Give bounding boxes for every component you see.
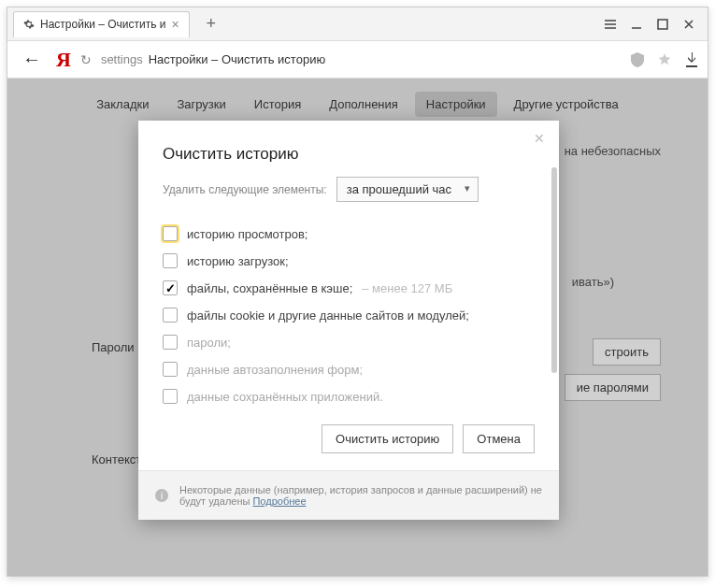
time-range-value: за прошедший час — [347, 182, 451, 196]
dialog-close-button[interactable]: ✕ — [531, 130, 548, 147]
time-range-select[interactable]: за прошедший час — [336, 177, 479, 202]
section-label-passwords: Пароли — [92, 340, 135, 354]
new-tab-button[interactable]: + — [199, 12, 223, 36]
minimize-icon[interactable] — [629, 17, 644, 32]
url-prefix: settings — [101, 52, 143, 66]
checkbox[interactable] — [163, 308, 178, 323]
checkbox[interactable] — [163, 335, 178, 350]
menu-icon[interactable] — [603, 17, 618, 32]
tab-title: Настройки – Очистить и — [40, 18, 165, 31]
browser-window: Настройки – Очистить и × + ← Я ↻ setting… — [7, 7, 708, 577]
back-button[interactable]: ← — [17, 49, 47, 70]
checkbox-label: файлы cookie и другие данные сайтов и мо… — [187, 308, 469, 323]
checkbox[interactable] — [163, 362, 178, 377]
checkbox-label: историю загрузок; — [187, 254, 289, 268]
address-bar: ← Я ↻ settings Настройки – Очистить исто… — [7, 41, 708, 79]
footer-text: Некоторые данные (например, история запр… — [179, 484, 542, 507]
checkbox-row: пароли; — [163, 335, 535, 350]
info-icon: i — [155, 489, 168, 502]
page-content: ЗакладкиЗагрузкиИсторияДополненияНастрой… — [7, 79, 708, 576]
svg-rect-0 — [658, 20, 667, 29]
background-button[interactable]: строить — [593, 338, 661, 366]
tab-close-icon[interactable]: × — [171, 17, 179, 32]
reload-icon[interactable]: ↻ — [80, 52, 92, 67]
clear-history-button[interactable]: Очистить историю — [322, 424, 453, 453]
yandex-logo[interactable]: Я — [56, 48, 71, 72]
checkbox-label: историю просмотров; — [187, 227, 307, 241]
checkbox-row: файлы, сохранённые в кэше;– менее 127 МБ — [163, 280, 535, 295]
tab-strip: Настройки – Очистить и × + — [7, 7, 708, 41]
clear-history-dialog: ✕ Очистить историю Удалить следующие эле… — [138, 121, 559, 520]
checkbox-label: данные автозаполнения форм; — [187, 363, 363, 377]
gear-icon — [23, 19, 35, 30]
page-title: Настройки – Очистить историю — [149, 52, 325, 66]
nav-tab[interactable]: Дополнения — [318, 92, 409, 117]
checkbox-row: файлы cookie и другие данные сайтов и мо… — [163, 308, 535, 323]
checkbox-row: историю загрузок; — [163, 253, 535, 268]
cancel-button[interactable]: Отмена — [463, 424, 535, 453]
footer-link[interactable]: Подробнее — [252, 495, 306, 507]
checkbox[interactable] — [163, 389, 178, 404]
checkbox[interactable] — [163, 226, 178, 241]
checkbox-row: историю просмотров; — [163, 226, 535, 241]
checkbox-label: файлы, сохранённые в кэше; — [187, 281, 352, 295]
checkbox-extra: – менее 127 МБ — [362, 281, 452, 295]
maximize-icon[interactable] — [655, 17, 670, 32]
dialog-subtitle: Удалить следующие элементы: — [163, 183, 327, 196]
checkbox-row: данные автозаполнения форм; — [163, 362, 535, 377]
download-icon[interactable] — [685, 52, 698, 67]
dialog-title: Очистить историю — [163, 145, 535, 164]
tab-settings[interactable]: Настройки – Очистить и × — [13, 11, 190, 37]
checkbox-row: данные сохранённых приложений. — [163, 389, 535, 404]
shield-icon[interactable] — [631, 52, 644, 67]
window-controls — [603, 17, 702, 32]
nav-tab[interactable]: Другие устройства — [503, 92, 630, 117]
nav-tab[interactable]: История — [243, 92, 312, 117]
background-button[interactable]: ие паролями — [565, 374, 661, 401]
close-icon[interactable] — [681, 17, 696, 32]
checkbox[interactable] — [163, 280, 178, 295]
background-text: ивать») — [572, 275, 614, 289]
address-field[interactable]: settings Настройки – Очистить историю — [101, 52, 622, 66]
background-text: на небезопасных — [565, 144, 661, 158]
checkbox-label: данные сохранённых приложений. — [187, 390, 383, 404]
scrollbar[interactable] — [551, 167, 557, 373]
nav-tab[interactable]: Настройки — [415, 92, 497, 117]
nav-tab[interactable]: Закладки — [85, 92, 160, 117]
checkbox-label: пароли; — [187, 336, 231, 350]
nav-tab[interactable]: Загрузки — [165, 92, 236, 117]
dialog-footer: i Некоторые данные (например, история за… — [138, 470, 559, 520]
bookmark-star-icon[interactable] — [657, 52, 672, 67]
checkbox-list: историю просмотров;историю загрузок;файл… — [163, 226, 535, 404]
checkbox[interactable] — [163, 253, 178, 268]
